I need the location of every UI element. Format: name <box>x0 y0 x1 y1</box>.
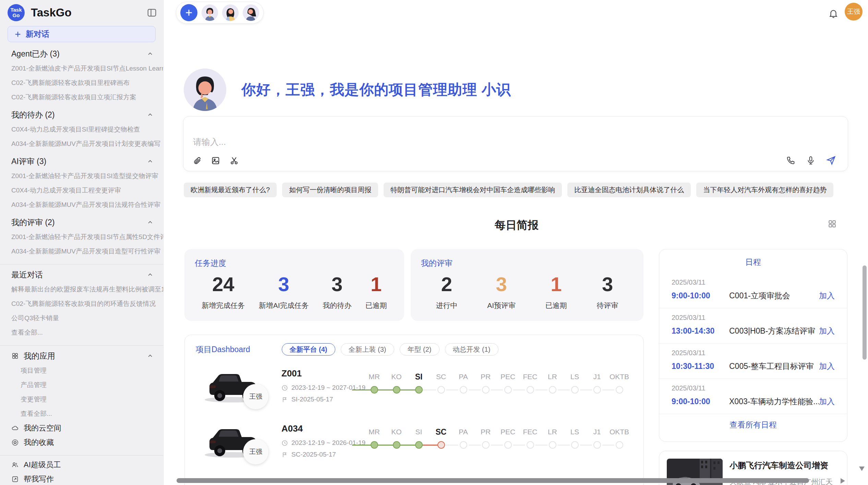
stat-label: AI预评审 <box>487 301 516 310</box>
view-all-schedule-link[interactable]: 查看所有日程 <box>659 420 847 430</box>
section-header-recent-chats[interactable]: 最近对话 <box>0 267 163 282</box>
sidebar-task-item[interactable]: C0X4-动力总成开发项目SI里程碑提交物检查 <box>0 122 163 137</box>
suggestion-chip[interactable]: 当下年轻人对汽车外观有怎样的喜好趋势 <box>696 183 833 197</box>
vertical-scrollbar-thumb[interactable] <box>863 265 867 360</box>
sidebar-collapse-icon[interactable] <box>147 8 157 18</box>
sidebar-item-ai-staff[interactable]: AI超级员工 <box>0 458 163 472</box>
stat-label: 进行中 <box>436 301 457 310</box>
scissors-icon[interactable] <box>229 156 239 165</box>
milestone-dot <box>415 441 423 449</box>
horizontal-scrollbar-thumb[interactable] <box>177 478 809 483</box>
recent-chat-item[interactable]: 查看全部... <box>0 325 163 340</box>
section-header-agent-done[interactable]: Agent已办 (3) <box>0 46 163 61</box>
filter-chip[interactable]: 全新平台 (4) <box>282 343 335 356</box>
suggestion-chip[interactable]: 特朗普可能对进口汽车增税会对中国车企造成哪些影响 <box>384 183 562 197</box>
filter-chip[interactable]: 年型 (2) <box>400 343 439 356</box>
sidebar-lists: Agent已办 (3) Z001-全新燃油皮卡产品开发项目SI节点Lesson … <box>0 42 163 485</box>
user-avatar[interactable]: 王强 <box>845 3 863 21</box>
sidebar-item-help-write[interactable]: 帮我写作 <box>0 472 163 485</box>
app-item[interactable]: 产品管理 <box>0 378 163 392</box>
section-header-my-apps[interactable]: 我的应用 <box>0 348 163 363</box>
avatar[interactable] <box>243 4 259 21</box>
milestone-label: LS <box>570 427 579 436</box>
sidebar-task-item[interactable]: A034-全新新能源MUV产品开发项目造型可行性评审 <box>0 244 163 259</box>
chat-input[interactable]: 请输入... <box>193 136 226 148</box>
project-tag: SC-2025-05-17 <box>281 451 336 458</box>
milestone-dot <box>504 441 512 449</box>
sidebar-task-item[interactable]: Z001-全新燃油轻卡产品开发项目SI节点属性5D文件评审 <box>0 230 163 244</box>
stat: 1 已逾期 <box>365 273 387 310</box>
attachment-icon[interactable] <box>192 156 202 165</box>
stat: 3 新增AI完成任务 <box>259 273 309 310</box>
section-header-my-todo[interactable]: 我的待办 (2) <box>0 107 163 122</box>
suggestion-chip[interactable]: 欧洲新规最近颁布了什么? <box>184 183 277 197</box>
section-title: 最近对话 <box>11 270 147 280</box>
phone-icon[interactable] <box>786 156 796 165</box>
section-header-my-review[interactable]: 我的评审 (2) <box>0 215 163 230</box>
send-icon[interactable] <box>826 155 836 165</box>
filter-chip[interactable]: 全新上装 (3) <box>341 343 394 356</box>
stat-value: 1 <box>371 273 382 295</box>
sidebar-task-item[interactable]: Z001-全新燃油皮卡产品开发项目SI节点Lesson Learn报告 <box>0 61 163 76</box>
milestone-dot <box>482 386 490 394</box>
sidebar-task-item[interactable]: C02-飞腾新能源轻客改款项目立项汇报方案 <box>0 90 163 104</box>
sidebar-task-item[interactable]: C0X4-动力总成开发项目工程变更评审 <box>0 183 163 198</box>
dashboard-filters: 全新平台 (4)全新上装 (3)年型 (2)动总开发 (1) <box>282 343 498 356</box>
sidebar-item-cloud-space[interactable]: 我的云空间 <box>0 421 163 435</box>
milestone-label: FEC <box>523 427 538 436</box>
sidebar-item-favorites[interactable]: 我的收藏 <box>0 435 163 450</box>
new-chat-button[interactable]: 新对话 <box>8 26 156 42</box>
join-link[interactable]: 加入 <box>819 290 835 301</box>
recent-chat-item[interactable]: 公司Q3轻卡销量 <box>0 311 163 325</box>
avatar[interactable] <box>222 4 239 21</box>
dashboard-header: 项目Dashboard 全新平台 (4)全新上装 (3)年型 (2)动总开发 (… <box>185 335 643 356</box>
filter-chip[interactable]: 动总开发 (1) <box>445 343 498 356</box>
project-tag-text: SC-2025-05-17 <box>291 451 336 458</box>
suggestion-chip[interactable]: 如何写一份清晰的项目周报 <box>282 183 378 197</box>
milestone-dot <box>571 386 579 394</box>
scroll-down-arrow-icon[interactable] <box>859 467 865 471</box>
notification-bell-icon[interactable] <box>828 8 839 20</box>
scroll-right-arrow-icon[interactable] <box>841 478 845 484</box>
stat: 24 新增完成任务 <box>202 273 245 310</box>
sidebar-task-item[interactable]: A034-全新新能源MUV产品开发项目计划变更表编写 <box>0 137 163 151</box>
sidebar-item-label: 我的收藏 <box>24 437 54 448</box>
plus-icon <box>184 8 193 17</box>
milestone-dot <box>371 386 378 394</box>
milestone-dot <box>482 441 490 449</box>
project-row[interactable]: 王强 A034 2023-12-19 ~ 2026-01-19 SC-2025-… <box>185 419 643 474</box>
project-code: A034 <box>281 423 303 434</box>
schedule-event: 2025/03/11 13:00-14:30 C003|H0B-方案冻结评审 加… <box>659 308 847 344</box>
microphone-icon[interactable] <box>806 156 816 165</box>
sidebar-task-item[interactable]: A034-全新新能源MUV产品开发项目法规符合性评审 <box>0 198 163 212</box>
chevron-up-icon <box>147 50 154 57</box>
suggestion-chip[interactable]: 比亚迪全固态电池计划具体说了什么 <box>567 183 691 197</box>
avatar[interactable] <box>202 4 218 21</box>
taskgo-app: Task Go TaskGo 新对话 Agent已办 (3) Z001-全新燃油… <box>0 0 868 485</box>
image-icon[interactable] <box>211 156 220 165</box>
stat-label: 已逾期 <box>365 301 387 310</box>
cloud-icon <box>11 424 19 432</box>
greeting-text: 你好，王强，我是你的项目管理助理 小识 <box>241 80 511 99</box>
app-item[interactable]: 项目管理 <box>0 363 163 378</box>
join-link[interactable]: 加入 <box>819 361 835 372</box>
sidebar-task-item[interactable]: C02-飞腾新能源轻客改款项目里程碑画布 <box>0 76 163 90</box>
recent-chat-item[interactable]: C02-飞腾新能源轻客改款项目的闭环通告反馈情况 <box>0 297 163 311</box>
sidebar-task-item[interactable]: Z001-全新燃油轻卡产品开发项目SI造型提交物评审 <box>0 169 163 183</box>
recent-chat-item[interactable]: 解释最新出台的欧盟报废车法规再生塑料比例被调至15%... <box>0 282 163 297</box>
join-link[interactable]: 加入 <box>819 326 835 336</box>
milestone-dot <box>593 386 601 394</box>
join-link[interactable]: 加入 <box>819 396 835 407</box>
milestone-label: SI <box>415 427 422 436</box>
project-row[interactable]: 王强 Z001 2023-12-19 ~ 2027-01-19 SI-2025-… <box>185 364 643 419</box>
event-date: 2025/03/11 <box>672 278 835 286</box>
sidebar-item-label: 我的云空间 <box>24 423 61 433</box>
milestone-label: LR <box>548 427 557 436</box>
app-item[interactable]: 查看全部... <box>0 407 163 421</box>
milestone-dot <box>371 441 378 449</box>
section-header-ai-review[interactable]: AI评审 (3) <box>0 154 163 169</box>
app-item[interactable]: 变更管理 <box>0 392 163 407</box>
logo-text-top: Task <box>10 7 22 13</box>
add-contact-button[interactable] <box>180 4 197 21</box>
layout-grid-icon[interactable] <box>828 219 836 229</box>
